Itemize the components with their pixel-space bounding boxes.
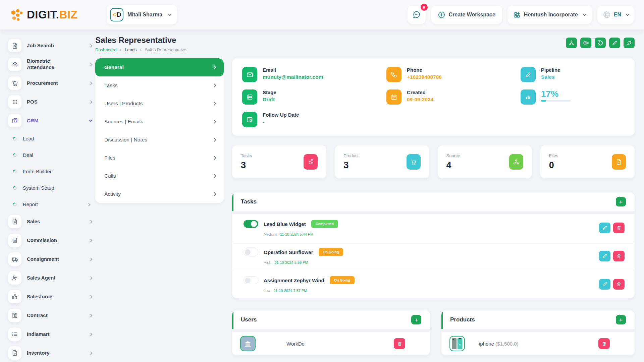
tab-calls[interactable]: Calls (95, 167, 224, 185)
list-icon (8, 327, 21, 341)
chevron-right-icon (212, 192, 216, 196)
pipeline-icon (521, 67, 536, 82)
task-toggle[interactable] (244, 248, 258, 256)
add-task-button[interactable]: + (616, 197, 626, 206)
sidebar-item-system-setup[interactable]: System Setup (13, 181, 92, 195)
follow-up-field: Follow Up Date- (242, 112, 386, 127)
follow-up-value: - (263, 119, 299, 125)
sidebar-item-crm[interactable]: CRM (8, 113, 92, 128)
sidebar-item-commission[interactable]: Commission (8, 233, 92, 248)
delete-task-button[interactable] (613, 223, 625, 233)
sidebar-item-biometric-attendance[interactable]: Biometric Attendance (8, 57, 92, 72)
chevron-right-icon (89, 81, 93, 85)
tab-users-products[interactable]: Users | Products (95, 95, 224, 113)
sidebar-item-salesforce[interactable]: Salesforce (8, 289, 92, 304)
sidebar-item-sales-agent[interactable]: Sales Agent (8, 270, 92, 285)
chevron-right-icon (89, 257, 93, 261)
created-value: 09-09-2024 (407, 97, 433, 103)
phone-field: Phone+16239488788 (386, 67, 521, 82)
files-count: 0 (549, 160, 558, 171)
convert-lead-button[interactable] (624, 38, 635, 48)
tab-sources-emails[interactable]: Sources | Emails (95, 113, 224, 131)
chevron-right-icon (212, 156, 216, 160)
probability-value: 17% (541, 89, 571, 98)
source-stat-icon (509, 154, 523, 170)
tasks-section-title: Tasks (241, 198, 257, 205)
sidebar-item-sales[interactable]: Sales (8, 214, 92, 229)
breadcrumb-leads-link[interactable]: Leads (125, 47, 137, 52)
breadcrumb-current: Sales Representative (145, 47, 186, 52)
chevron-right-icon (89, 100, 93, 104)
tab-activity[interactable]: Activity (95, 185, 224, 203)
delete-task-button[interactable] (613, 251, 625, 261)
remove-product-button[interactable] (598, 338, 610, 349)
sidebar-item-indiamart[interactable]: Indiamart (8, 327, 92, 342)
sidebar-item-job-search[interactable]: Job Search (8, 38, 92, 53)
grid-dots-icon (8, 95, 21, 109)
sidebar-item-procurement[interactable]: Procurement (8, 76, 92, 90)
products-section: Products + iphone ($1,500.0) (441, 310, 635, 355)
add-product-button[interactable]: + (616, 315, 626, 324)
phone-value: +16239488788 (407, 74, 442, 80)
edit-lead-button[interactable] (609, 38, 620, 48)
breadcrumb-dashboard-link[interactable]: Dashboard (95, 47, 117, 52)
tab-tasks[interactable]: Tasks (95, 76, 224, 95)
probability-icon (521, 89, 536, 105)
task-toggle[interactable] (244, 276, 258, 284)
user-avatar: D (110, 8, 123, 21)
email-field: Emailmunuty@mailinator.com (242, 67, 386, 82)
sidebar-item-pos[interactable]: POS (8, 95, 92, 109)
tab-files[interactable]: Files (95, 149, 224, 167)
chat-icon (412, 10, 421, 19)
brand-logo[interactable]: DIGIT.BIZ (10, 8, 94, 22)
sidebar-item-inventory[interactable]: Inventory (8, 346, 92, 360)
sidebar-item-contract[interactable]: Contract (8, 308, 92, 323)
edit-task-button[interactable] (599, 251, 610, 261)
chevron-right-icon (89, 295, 93, 298)
task-priority: Low (264, 289, 270, 293)
product-name-label: iphone ($1,500.0) (479, 341, 519, 347)
sidebar-item-report[interactable]: Report (13, 198, 92, 211)
plus-icon: + (415, 317, 418, 323)
tab-general[interactable]: General (95, 58, 224, 76)
job-search-icon (8, 39, 21, 52)
chevron-right-icon (212, 83, 216, 87)
calculator-icon (8, 234, 21, 247)
label-tag-button[interactable] (595, 38, 606, 48)
probability-field: 17% (521, 89, 625, 105)
sidebar-item-form-builder[interactable]: Form Builder (13, 165, 92, 178)
stat-card-source: Source4 (438, 145, 532, 178)
create-workspace-button[interactable]: Create Workspace (431, 6, 502, 24)
org-chart-button[interactable] (566, 38, 577, 48)
chevron-right-icon (89, 44, 93, 47)
edit-task-button[interactable] (599, 279, 610, 290)
chevron-down-icon (89, 118, 93, 122)
thumbs-up-icon (8, 290, 21, 303)
edit-task-button[interactable] (599, 223, 610, 233)
main-content: Sales Representative Dashboard › Leads ›… (95, 29, 644, 362)
delete-task-button[interactable] (613, 279, 625, 290)
sidebar-item-lead[interactable]: Lead (13, 132, 92, 145)
remove-user-button[interactable] (394, 338, 405, 349)
breadcrumb-separator: › (140, 47, 141, 52)
add-user-button[interactable]: + (411, 315, 421, 324)
language-selector[interactable]: EN (597, 6, 634, 24)
user-menu[interactable]: D Mitali Sharma (107, 5, 177, 24)
messages-button[interactable]: 0 (408, 6, 426, 24)
chevron-down-icon (168, 12, 171, 16)
task-toggle[interactable] (244, 220, 258, 228)
task-priority: Medium (264, 232, 277, 236)
tasks-stat-icon (304, 154, 318, 170)
pipeline-field: PipelineSales (521, 67, 625, 82)
workspace-selector[interactable]: Hemtush Incorporate (507, 6, 592, 24)
cart-icon (8, 76, 21, 90)
video-call-button[interactable] (580, 38, 591, 48)
sidebar-item-consignment[interactable]: Consignment (8, 252, 92, 266)
tab-discussion-notes[interactable]: Discussion | Notes (95, 131, 224, 149)
follow-up-icon (242, 112, 257, 127)
user-name-label: WorkDo (286, 341, 305, 347)
breadcrumb: Dashboard › Leads › Sales Representative (95, 47, 186, 52)
workspace-icon (514, 11, 521, 18)
pipeline-value: Sales (541, 74, 560, 80)
sidebar-item-deal[interactable]: Deal (13, 148, 92, 162)
